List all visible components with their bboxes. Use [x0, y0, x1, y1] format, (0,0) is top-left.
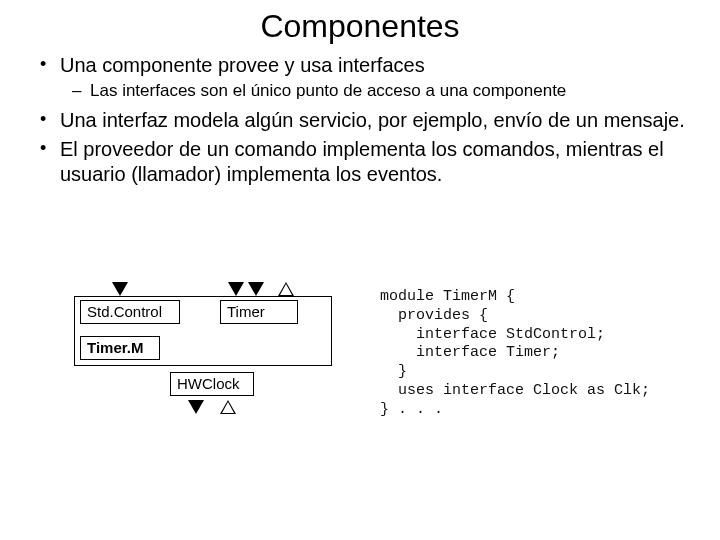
bullet-3: El proveedor de un comando implementa lo…: [56, 137, 686, 187]
slide: Componentes Una componente provee y usa …: [0, 0, 720, 540]
code-snippet: module TimerM { provides { interface Std…: [380, 288, 650, 419]
slide-title: Componentes: [34, 8, 686, 45]
bullet-1a: Las interfaces son el único punto de acc…: [90, 80, 686, 102]
module-timerm: Timer.M: [80, 336, 160, 360]
bullet-2: Una interfaz modela algún servicio, por …: [56, 108, 686, 133]
uses-triangle-icon: [220, 400, 236, 414]
provides-triangle-icon: [112, 282, 128, 296]
provides-triangle-icon: [228, 282, 244, 296]
bullet-1-text: Una componente provee y usa interfaces: [60, 54, 425, 76]
component-diagram: Std.Control Timer Timer.M HWClock: [70, 280, 370, 480]
provides-triangle-icon: [188, 400, 204, 414]
interface-hwclock: HWClock: [170, 372, 254, 396]
uses-triangle-icon: [278, 282, 294, 296]
provides-triangle-icon: [248, 282, 264, 296]
bullet-1: Una componente provee y usa interfaces L…: [56, 53, 686, 102]
sub-bullet-list: Las interfaces son el único punto de acc…: [60, 80, 686, 102]
bullet-list: Una componente provee y usa interfaces L…: [34, 53, 686, 187]
figure: Std.Control Timer Timer.M HWClock module…: [70, 280, 670, 500]
